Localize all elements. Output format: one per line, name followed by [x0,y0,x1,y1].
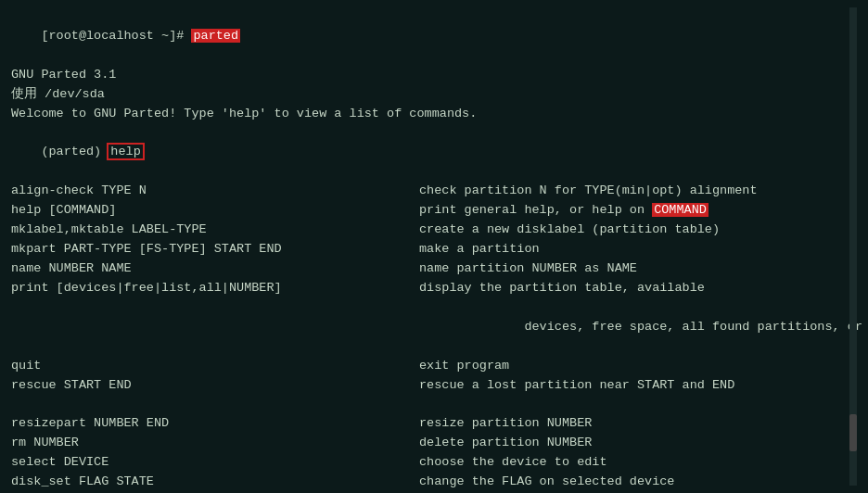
cmd-right-8: resize partition NUMBER [419,414,857,434]
cmd-help-highlighted: help [108,145,142,158]
cmd-parted-highlighted: parted [191,29,240,43]
cmd-row-0: align-check TYPE N check partition N for… [11,182,857,201]
cmd-row-1: help [COMMAND] print general help, or he… [11,201,857,221]
scrollbar[interactable] [849,7,857,486]
line-using: 使用 /dev/sda [11,85,857,105]
cmd-left-2: mklabel,mktable LABEL-TYPE [11,221,419,240]
cmd-right-4: name partition NUMBER as NAME [419,259,857,279]
cmd-right-3: make a partition [419,240,857,259]
cmd-right-0: check partition N for TYPE(min|opt) alig… [419,182,857,201]
scrollbar-thumb[interactable] [849,414,857,451]
cmd-row-8: resizepart NUMBER END resize partition N… [11,414,857,434]
cmd-left-3: mkpart PART-TYPE [FS-TYPE] START END [11,240,419,259]
cmd-row-9: rm NUMBER delete partition NUMBER [11,434,857,453]
cmd-right-1: print general help, or help on COMMAND [419,201,857,221]
cmd-left-11: disk_set FLAG STATE [11,473,419,492]
cmd-left-1: help [COMMAND] [11,201,419,221]
cmd-row-11: disk_set FLAG STATE change the FLAG on s… [11,473,857,492]
command-table: align-check TYPE N check partition N for… [11,182,857,493]
line-parted-help: (parted) help [11,124,857,183]
prompt-root: [root@localhost ~]# [41,29,191,43]
cmd-left-0: align-check TYPE N [11,182,419,201]
cmd-row-2: mklabel,mktable LABEL-TYPE create a new … [11,221,857,240]
cmd-left-4: name NUMBER NAME [11,259,419,279]
line-welcome: Welcome to GNU Parted! Type 'help' to vi… [11,105,857,124]
cmd-row-10: select DEVICE choose the device to edit [11,453,857,473]
line-prompt-parted: [root@localhost ~]# parted [11,7,857,66]
cmd-left-8: resizepart NUMBER END [11,414,419,434]
cmd-row-7: rescue START END rescue a lost partition… [11,376,857,396]
parted-prompt-1: (parted) [41,145,108,158]
cmd-right-7: rescue a lost partition near START and E… [419,376,857,396]
cmd-left-5: print [devices|free|list,all|NUMBER] [11,279,419,298]
cmd-row-5-cont: devices, free space, all found partition… [11,298,857,357]
cmd-right-10: choose the device to edit [419,453,857,473]
command-highlight: COMMAND [652,203,708,217]
cmd-left-9: rm NUMBER [11,434,419,453]
cmd-blank-row [11,395,857,414]
cmd-right-9: delete partition NUMBER [419,434,857,453]
cmd-right-5: display the partition table, available [419,279,857,298]
cmd-right-2: create a new disklabel (partition table) [419,221,857,240]
cmd-right-6: exit program [419,357,857,376]
cmd-row-3: mkpart PART-TYPE [FS-TYPE] START END mak… [11,240,857,259]
cmd-right-11: change the FLAG on selected device [419,473,857,492]
cmd-row-5: print [devices|free|list,all|NUMBER] dis… [11,279,857,298]
line-version: GNU Parted 3.1 [11,66,857,85]
cmd-left-10: select DEVICE [11,453,419,473]
cmd-left-6: quit [11,357,419,376]
cmd-row-6: quit exit program [11,357,857,376]
cmd-row-4: name NUMBER NAME name partition NUMBER a… [11,259,857,279]
cmd-left-7: rescue START END [11,376,419,396]
terminal-window: [root@localhost ~]# parted GNU Parted 3.… [11,7,857,486]
